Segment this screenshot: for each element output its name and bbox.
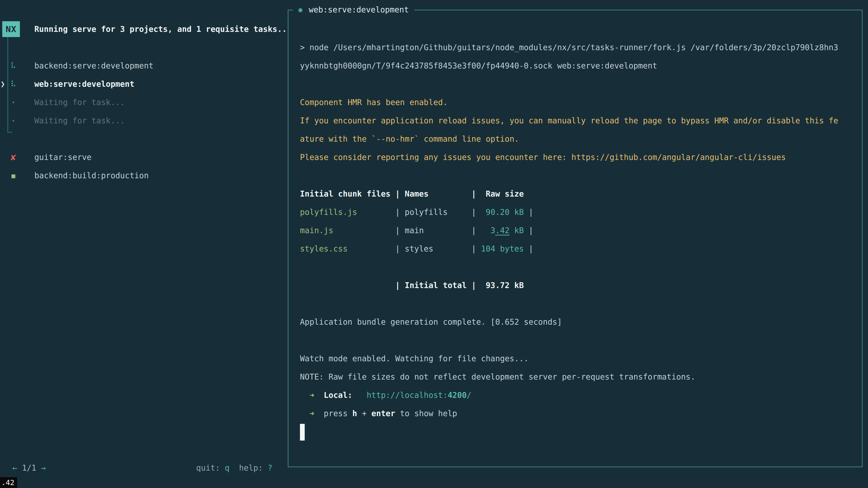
task-row[interactable]: ·Waiting for task... bbox=[0, 93, 287, 111]
terminal-text: | polyfills | bbox=[357, 207, 481, 217]
help-hint-label: help: bbox=[239, 463, 268, 473]
hint-gap bbox=[229, 463, 239, 473]
terminal-text: polyfills.js bbox=[300, 207, 357, 217]
terminal-text: Application bundle generation complete. … bbox=[300, 318, 562, 326]
keyboard-hints: quit: q help: ? bbox=[196, 459, 272, 477]
running-status-dot-icon: ● bbox=[298, 6, 303, 13]
task-row[interactable]: ▪backend:build:production bbox=[0, 166, 287, 185]
terminal-line: ➜ Local: http://localhost:4200/ bbox=[300, 386, 838, 404]
task-row[interactable]: ❯⠧web:serve:development bbox=[0, 75, 287, 93]
spinner-icon: ⠧ bbox=[8, 80, 19, 88]
selected-task-pointer-icon: ❯ bbox=[0, 79, 5, 88]
terminal-line: ature with the `--no-hmr` command line o… bbox=[300, 130, 838, 148]
pager-label: 1/1 bbox=[17, 463, 41, 473]
terminal-line: styles.css | styles | 104 bytes | bbox=[300, 240, 838, 258]
terminal-text: NOTE: Raw file sizes do not reflect deve… bbox=[300, 372, 695, 381]
task-label: web:serve:development bbox=[34, 79, 134, 89]
terminal-text: Component HMR has been enabled. bbox=[300, 98, 447, 107]
status-bar: ← 1/1 → quit: q help: ? bbox=[0, 459, 288, 477]
panel-title-text: web:serve:development bbox=[309, 5, 409, 14]
task-list: ⠧backend:serve:development❯⠧web:serve:de… bbox=[0, 57, 287, 185]
terminal-text: press bbox=[324, 409, 352, 418]
terminal-line: polyfills.js | polyfills | 90.20 kB | bbox=[300, 203, 838, 221]
terminal-cursor bbox=[300, 424, 305, 441]
terminal-text: | bbox=[524, 244, 533, 253]
pager-left-arrow-icon[interactable]: ← bbox=[12, 463, 17, 473]
terminal-text: kB bbox=[509, 226, 524, 235]
terminal-line: Please consider reporting any issues you… bbox=[300, 148, 838, 166]
terminal-text: 90.20 kB bbox=[481, 207, 524, 217]
terminal-text: enter bbox=[371, 409, 395, 418]
terminal-text: .42 bbox=[495, 226, 509, 235]
terminal-text: | styles | bbox=[348, 244, 481, 253]
terminal-line: yyknnbtgh0000gn/T/9f4c243785f8453e3f00/f… bbox=[300, 57, 838, 75]
help-key: ? bbox=[268, 463, 272, 473]
terminal-line bbox=[300, 331, 838, 350]
terminal-line: If you encounter application reload issu… bbox=[300, 111, 838, 130]
terminal-line bbox=[300, 295, 838, 313]
terminal-line: Watch mode enabled. Watching for file ch… bbox=[300, 350, 838, 368]
pager-right-arrow-icon[interactable]: → bbox=[41, 463, 46, 473]
task-list-spacer bbox=[0, 130, 287, 148]
task-label: backend:serve:development bbox=[34, 61, 153, 70]
terminal-output: > node /Users/mhartington/Github/guitars… bbox=[300, 38, 838, 441]
terminal-text: | bbox=[524, 207, 533, 217]
terminal-line: ➜ press h + enter to show help bbox=[300, 404, 838, 423]
success-square-icon: ▪ bbox=[8, 170, 19, 181]
terminal-line: main.js | main | 3.42 kB | bbox=[300, 221, 838, 240]
task-label: Waiting for task... bbox=[34, 116, 125, 125]
localhost-port[interactable]: 4200 bbox=[447, 391, 467, 400]
failed-cross-icon: ✘ bbox=[8, 153, 19, 162]
terminal-text: main.js bbox=[300, 226, 333, 235]
localhost-url-link[interactable]: http://localhost: bbox=[367, 391, 447, 400]
terminal-text: 3 bbox=[481, 226, 495, 235]
task-label: guitar:serve bbox=[34, 153, 92, 162]
terminal-line bbox=[300, 75, 838, 93]
terminal-text: Watch mode enabled. Watching for file ch… bbox=[300, 354, 528, 363]
task-output-panel-title: ● web:serve:development bbox=[293, 4, 414, 15]
terminal-text[interactable]: / bbox=[467, 391, 471, 400]
terminal-text: h bbox=[352, 409, 357, 418]
zoom-level-overlay: .42 bbox=[0, 477, 17, 488]
terminal-line: Application bundle generation complete. … bbox=[300, 313, 838, 331]
terminal-text: styles.css bbox=[300, 244, 348, 253]
task-label: backend:build:production bbox=[34, 171, 149, 180]
terminal-text: yyknnbtgh0000gn/T/9f4c243785f8453e3f00/f… bbox=[300, 61, 657, 70]
terminal-text: | main | bbox=[333, 226, 481, 235]
task-row[interactable]: ·Waiting for task... bbox=[0, 111, 287, 130]
terminal-text: Initial chunk files | Names | Raw size bbox=[300, 189, 524, 198]
arrow-icon: ➜ bbox=[300, 391, 324, 400]
quit-hint-label: quit: bbox=[196, 463, 225, 473]
terminal-line: Component HMR has been enabled. bbox=[300, 93, 838, 111]
terminal-text: If you encounter application reload issu… bbox=[300, 116, 838, 125]
terminal-line: Initial chunk files | Names | Raw size bbox=[300, 185, 838, 203]
arrow-icon: ➜ bbox=[300, 409, 324, 418]
task-label: Waiting for task... bbox=[34, 98, 125, 107]
terminal-text: 104 bytes bbox=[481, 244, 524, 253]
terminal-line: | Initial total | 93.72 kB bbox=[300, 276, 838, 295]
terminal-text: | Initial total | 93.72 kB bbox=[300, 281, 524, 290]
terminal-line: NOTE: Raw file sizes do not reflect deve… bbox=[300, 368, 838, 386]
task-row[interactable]: ✘guitar:serve bbox=[0, 148, 287, 166]
waiting-dot-icon: · bbox=[8, 97, 19, 108]
terminal-text: to show help bbox=[395, 409, 457, 418]
terminal-text: + bbox=[357, 409, 371, 418]
waiting-dot-icon: · bbox=[8, 115, 19, 126]
terminal-text: | bbox=[524, 226, 533, 235]
terminal-line bbox=[300, 166, 838, 185]
spinner-icon: ⠧ bbox=[8, 62, 19, 70]
terminal-line bbox=[300, 423, 838, 441]
pager: ← 1/1 → bbox=[12, 459, 46, 477]
terminal-line: > node /Users/mhartington/Github/guitars… bbox=[300, 38, 838, 57]
quit-key: q bbox=[225, 463, 229, 473]
terminal-text: Local: bbox=[324, 391, 352, 400]
terminal-text: ature with the `--no-hmr` command line o… bbox=[300, 134, 519, 143]
nx-logo-badge: NX bbox=[2, 21, 20, 37]
task-row[interactable]: ⠧backend:serve:development bbox=[0, 57, 287, 75]
run-summary-title: Running serve for 3 projects, and 1 requ… bbox=[34, 21, 287, 37]
terminal-text: Please consider reporting any issues you… bbox=[300, 153, 786, 162]
terminal-text bbox=[352, 391, 367, 400]
nx-tui-screen: NX Running serve for 3 projects, and 1 r… bbox=[0, 0, 868, 488]
terminal-text: > node /Users/mhartington/Github/guitars… bbox=[300, 43, 838, 52]
terminal-line bbox=[300, 258, 838, 276]
